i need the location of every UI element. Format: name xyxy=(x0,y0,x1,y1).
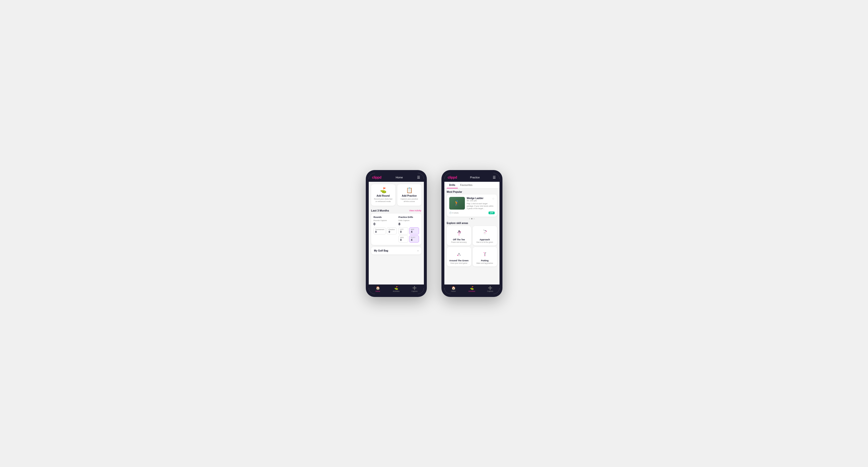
tournament-label: Tournament xyxy=(375,229,384,230)
golf-bag-row[interactable]: My Golf Bag › xyxy=(371,247,422,254)
svg-point-5 xyxy=(460,231,461,232)
arg-label: ARG xyxy=(400,237,407,238)
phone-home: clippd Home ☰ ⛳ Add Round Record your sh… xyxy=(366,170,427,297)
svg-point-6 xyxy=(457,232,458,233)
menu-icon[interactable]: ☰ xyxy=(417,176,420,179)
add-round-card[interactable]: ⛳ Add Round Record your shots fast or en… xyxy=(371,184,395,206)
skill-card-around-the-green[interactable]: Around The Green Hone your short game xyxy=(447,247,471,267)
add-practice-desc: Capture your practice off-the-course xyxy=(399,198,420,203)
ott-stat: OTT 0 xyxy=(399,227,408,235)
drill-shots: 🕐 9 shots xyxy=(449,212,459,214)
drills-capture-value: 8 xyxy=(399,222,419,226)
drill-thumbnail: 🏌️ xyxy=(449,197,465,210)
practice-tabs: Drills Favourites xyxy=(444,182,499,189)
nav-home[interactable]: 🏠 Home xyxy=(369,286,387,292)
activities-nav-label: Activities xyxy=(393,290,400,292)
practice-logo: clippd xyxy=(448,176,457,179)
putt-label: PUTT xyxy=(411,237,417,238)
rounds-section: Rounds Rounds Capture 0 Tournament 0 Pra… xyxy=(374,216,397,243)
stats-card: Rounds Rounds Capture 0 Tournament 0 Pra… xyxy=(371,214,422,245)
app-stat: APP 4 xyxy=(409,227,419,235)
practice-bottom-nav: 🏠 Home ⛳ Activities ➕ Capture xyxy=(444,284,499,294)
home-title: Home xyxy=(396,176,403,179)
home-nav-icon: 🏠 xyxy=(376,286,380,290)
skill-card-off-the-tee[interactable]: Off The Tee Power and accuracy xyxy=(447,226,471,245)
practice-menu-icon[interactable]: ☰ xyxy=(493,176,496,179)
putt-value: 4 xyxy=(411,238,417,241)
activity-section-header: Last 3 Months View Activity xyxy=(369,208,424,214)
app-label: APP xyxy=(411,229,417,230)
rounds-capture-value: 0 xyxy=(374,222,397,226)
practice-nav-capture[interactable]: ➕ Capture xyxy=(481,286,499,292)
practice-nav-home[interactable]: 🏠 Home xyxy=(444,286,463,292)
off-the-tee-name: Off The Tee xyxy=(449,238,469,241)
skill-card-putting[interactable]: Putting Make and lag practice xyxy=(473,247,497,267)
logo: clippd xyxy=(372,176,381,179)
practice-content: Most Popular ☆ 🏌️ Wedge Ladder 50–100 yd… xyxy=(444,189,499,284)
add-round-icon: ⛳ xyxy=(373,187,393,193)
drill-card-wedge-ladder[interactable]: ☆ 🏌️ Wedge Ladder 50–100 yds Play 1 shot… xyxy=(447,194,497,217)
rounds-capture-label: Rounds Capture xyxy=(374,219,397,222)
approach-name: Approach xyxy=(475,238,495,241)
svg-point-7 xyxy=(460,233,461,234)
around-the-green-icon xyxy=(455,249,463,258)
tab-drills[interactable]: Drills xyxy=(447,182,458,188)
nav-activities[interactable]: ⛳ Activities xyxy=(387,286,405,292)
arg-value: 0 xyxy=(400,238,407,241)
home-nav-label: Home xyxy=(376,290,380,292)
practice-title: Practice xyxy=(470,176,480,179)
practice-home-icon: 🏠 xyxy=(452,286,456,290)
home-header: clippd Home ☰ xyxy=(369,173,424,182)
approach-desc: Dial-in to hit the green xyxy=(475,241,495,243)
rounds-title: Rounds xyxy=(374,216,397,218)
practice-header: clippd Practice ☰ xyxy=(444,173,499,182)
explore-label: Explore skill areas xyxy=(444,221,499,226)
golf-bag-label: My Golf Bag xyxy=(374,249,388,252)
star-icon[interactable]: ☆ xyxy=(492,197,495,200)
capture-nav-label: Capture xyxy=(411,290,417,292)
practice-activities-label: Activities xyxy=(468,290,475,292)
practice-label: Practice xyxy=(389,229,395,230)
home-bottom-nav: 🏠 Home ⛳ Activities ➕ Capture xyxy=(369,284,424,294)
practice-value: 0 xyxy=(389,230,395,233)
practice-home-label: Home xyxy=(451,290,456,292)
drills-section: Practice Drills Drills Capture 8 OTT 0 A… xyxy=(399,216,419,243)
off-the-tee-desc: Power and accuracy xyxy=(449,241,469,243)
around-the-green-desc: Hone your short game xyxy=(449,262,469,264)
most-popular-label: Most Popular xyxy=(444,189,499,194)
phone-practice: clippd Practice ☰ Drills Favourites Most… xyxy=(441,170,502,297)
putting-name: Putting xyxy=(475,259,495,262)
svg-point-12 xyxy=(486,231,487,231)
putting-icon xyxy=(480,249,489,258)
add-round-title: Add Round xyxy=(373,194,393,197)
tab-favourites[interactable]: Favourites xyxy=(458,182,475,188)
nav-capture[interactable]: ➕ Capture xyxy=(405,286,424,292)
drills-title: Practice Drills xyxy=(399,216,419,218)
practice-nav-activities[interactable]: ⛳ Activities xyxy=(463,286,481,292)
svg-line-27 xyxy=(485,252,486,254)
svg-point-14 xyxy=(484,230,484,230)
dot-3 xyxy=(473,218,475,219)
ott-label: OTT xyxy=(400,229,407,230)
capture-nav-icon: ➕ xyxy=(412,286,416,290)
svg-point-21 xyxy=(459,256,459,256)
drill-thumb-icon: 🏌️ xyxy=(454,200,460,206)
add-practice-title: Add Practice xyxy=(399,194,420,197)
view-activity-link[interactable]: View Activity xyxy=(409,209,422,212)
arg-stat: ARG 0 xyxy=(399,236,408,243)
putt-stat: PUTT 4 xyxy=(409,236,419,243)
shots-count: 9 shots xyxy=(453,212,459,214)
add-practice-card[interactable]: 📋 Add Practice Capture your practice off… xyxy=(397,184,422,206)
add-practice-icon: 📋 xyxy=(399,187,420,193)
svg-line-28 xyxy=(484,252,485,254)
svg-point-10 xyxy=(485,232,485,233)
around-the-green-name: Around The Green xyxy=(449,259,469,262)
skill-card-approach[interactable]: Approach Dial-in to hit the green xyxy=(473,226,497,245)
approach-icon xyxy=(480,228,489,237)
svg-line-19 xyxy=(459,253,460,255)
drill-name: Wedge Ladder xyxy=(467,197,495,199)
off-the-tee-icon xyxy=(455,228,463,237)
quick-actions: ⛳ Add Round Record your shots fast or en… xyxy=(369,182,424,208)
drill-footer: 🕐 9 shots APP xyxy=(449,212,495,214)
dot-1 xyxy=(469,218,470,219)
